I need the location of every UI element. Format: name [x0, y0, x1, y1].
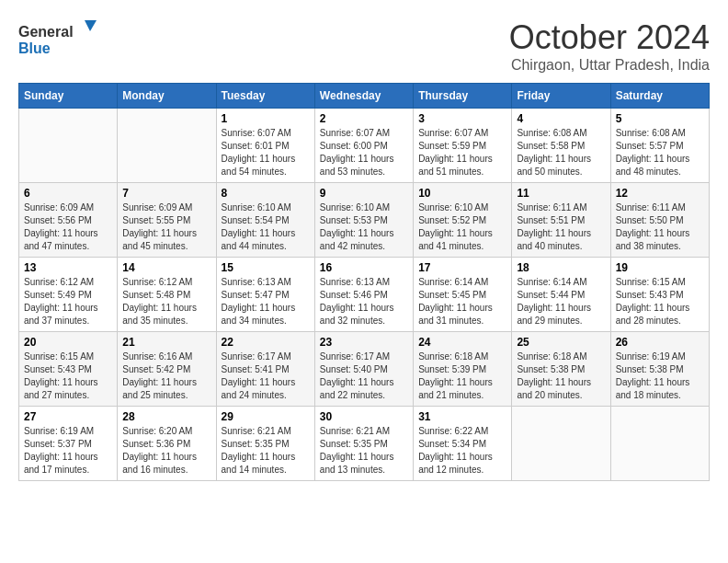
- day-cell: 30Sunrise: 6:21 AM Sunset: 5:35 PM Dayli…: [314, 407, 413, 481]
- day-cell: 20Sunrise: 6:15 AM Sunset: 5:43 PM Dayli…: [19, 332, 118, 407]
- day-info: Sunrise: 6:13 AM Sunset: 5:47 PM Dayligh…: [222, 276, 310, 327]
- day-info: Sunrise: 6:19 AM Sunset: 5:38 PM Dayligh…: [616, 350, 704, 402]
- week-row-4: 20Sunrise: 6:15 AM Sunset: 5:43 PM Dayli…: [19, 332, 710, 407]
- day-info: Sunrise: 6:16 AM Sunset: 5:42 PM Dayligh…: [122, 350, 210, 402]
- header-cell-monday: Monday: [118, 84, 216, 109]
- day-info: Sunrise: 6:15 AM Sunset: 5:43 PM Dayligh…: [616, 276, 704, 327]
- logo-svg: GeneralBlue: [18, 18, 101, 60]
- day-number: 27: [24, 410, 112, 423]
- day-cell: 29Sunrise: 6:21 AM Sunset: 5:35 PM Dayli…: [216, 407, 314, 481]
- day-cell: 11Sunrise: 6:11 AM Sunset: 5:51 PM Dayli…: [512, 183, 610, 258]
- day-cell: 25Sunrise: 6:18 AM Sunset: 5:38 PM Dayli…: [512, 332, 610, 407]
- day-cell: 10Sunrise: 6:10 AM Sunset: 5:52 PM Dayli…: [414, 183, 512, 258]
- day-number: 31: [418, 410, 506, 423]
- day-cell: 14Sunrise: 6:12 AM Sunset: 5:48 PM Dayli…: [118, 258, 216, 332]
- day-cell: 18Sunrise: 6:14 AM Sunset: 5:44 PM Dayli…: [512, 258, 610, 332]
- day-cell: 22Sunrise: 6:17 AM Sunset: 5:41 PM Dayli…: [216, 332, 314, 407]
- day-number: 13: [24, 261, 112, 274]
- day-cell: 17Sunrise: 6:14 AM Sunset: 5:45 PM Dayli…: [414, 258, 512, 332]
- day-cell: 1Sunrise: 6:07 AM Sunset: 6:01 PM Daylig…: [216, 109, 314, 183]
- day-cell: 8Sunrise: 6:10 AM Sunset: 5:54 PM Daylig…: [216, 183, 314, 258]
- day-info: Sunrise: 6:09 AM Sunset: 5:55 PM Dayligh…: [122, 201, 210, 253]
- day-info: Sunrise: 6:09 AM Sunset: 5:56 PM Dayligh…: [24, 201, 112, 253]
- day-cell: 19Sunrise: 6:15 AM Sunset: 5:43 PM Dayli…: [610, 258, 709, 332]
- day-cell: 2Sunrise: 6:07 AM Sunset: 6:00 PM Daylig…: [314, 109, 413, 183]
- day-cell: 21Sunrise: 6:16 AM Sunset: 5:42 PM Dayli…: [118, 332, 216, 407]
- day-number: 6: [24, 187, 112, 200]
- day-cell: 24Sunrise: 6:18 AM Sunset: 5:39 PM Dayli…: [414, 332, 512, 407]
- day-info: Sunrise: 6:11 AM Sunset: 5:51 PM Dayligh…: [517, 201, 605, 253]
- page-header: GeneralBlue October 2024 Chirgaon, Uttar…: [18, 18, 710, 74]
- day-number: 18: [517, 261, 605, 274]
- day-cell: 5Sunrise: 6:08 AM Sunset: 5:57 PM Daylig…: [610, 109, 709, 183]
- day-number: 11: [517, 187, 605, 200]
- day-number: 5: [616, 112, 704, 125]
- day-number: 9: [320, 187, 408, 200]
- day-cell: 7Sunrise: 6:09 AM Sunset: 5:55 PM Daylig…: [118, 183, 216, 258]
- day-cell: 4Sunrise: 6:08 AM Sunset: 5:58 PM Daylig…: [512, 109, 610, 183]
- day-cell: 3Sunrise: 6:07 AM Sunset: 5:59 PM Daylig…: [414, 109, 512, 183]
- day-info: Sunrise: 6:14 AM Sunset: 5:45 PM Dayligh…: [418, 276, 506, 327]
- day-number: 24: [418, 336, 506, 349]
- day-number: 22: [222, 336, 310, 349]
- day-number: 29: [222, 410, 310, 423]
- day-info: Sunrise: 6:18 AM Sunset: 5:38 PM Dayligh…: [517, 350, 605, 402]
- day-number: 23: [320, 336, 408, 349]
- day-info: Sunrise: 6:21 AM Sunset: 5:35 PM Dayligh…: [320, 425, 408, 477]
- day-number: 14: [122, 261, 210, 274]
- day-number: 12: [616, 187, 704, 200]
- day-info: Sunrise: 6:17 AM Sunset: 5:40 PM Dayligh…: [320, 350, 408, 402]
- day-number: 8: [222, 187, 310, 200]
- svg-marker-2: [85, 20, 97, 31]
- title-block: October 2024 Chirgaon, Uttar Pradesh, In…: [509, 18, 710, 74]
- day-cell: 13Sunrise: 6:12 AM Sunset: 5:49 PM Dayli…: [19, 258, 118, 332]
- day-info: Sunrise: 6:22 AM Sunset: 5:34 PM Dayligh…: [418, 425, 506, 477]
- header-cell-thursday: Thursday: [414, 84, 512, 109]
- day-info: Sunrise: 6:13 AM Sunset: 5:46 PM Dayligh…: [320, 276, 408, 327]
- day-info: Sunrise: 6:15 AM Sunset: 5:43 PM Dayligh…: [24, 350, 112, 402]
- day-number: 3: [418, 112, 506, 125]
- day-cell: 15Sunrise: 6:13 AM Sunset: 5:47 PM Dayli…: [216, 258, 314, 332]
- week-row-1: 1Sunrise: 6:07 AM Sunset: 6:01 PM Daylig…: [19, 109, 710, 183]
- week-row-5: 27Sunrise: 6:19 AM Sunset: 5:37 PM Dayli…: [19, 407, 710, 481]
- header-row: SundayMondayTuesdayWednesdayThursdayFrid…: [19, 84, 710, 109]
- day-cell: [19, 109, 118, 183]
- day-info: Sunrise: 6:20 AM Sunset: 5:36 PM Dayligh…: [122, 425, 210, 477]
- day-info: Sunrise: 6:10 AM Sunset: 5:53 PM Dayligh…: [320, 201, 408, 253]
- day-info: Sunrise: 6:21 AM Sunset: 5:35 PM Dayligh…: [222, 425, 310, 477]
- day-number: 4: [517, 112, 605, 125]
- day-cell: 6Sunrise: 6:09 AM Sunset: 5:56 PM Daylig…: [19, 183, 118, 258]
- day-info: Sunrise: 6:12 AM Sunset: 5:48 PM Dayligh…: [122, 276, 210, 327]
- day-number: 1: [222, 112, 310, 125]
- day-info: Sunrise: 6:10 AM Sunset: 5:52 PM Dayligh…: [418, 201, 506, 253]
- svg-text:Blue: Blue: [18, 40, 51, 56]
- header-cell-saturday: Saturday: [610, 84, 709, 109]
- day-cell: 16Sunrise: 6:13 AM Sunset: 5:46 PM Dayli…: [314, 258, 413, 332]
- day-info: Sunrise: 6:10 AM Sunset: 5:54 PM Dayligh…: [222, 201, 310, 253]
- day-info: Sunrise: 6:08 AM Sunset: 5:58 PM Dayligh…: [517, 127, 605, 178]
- logo: GeneralBlue: [18, 18, 101, 60]
- week-row-3: 13Sunrise: 6:12 AM Sunset: 5:49 PM Dayli…: [19, 258, 710, 332]
- day-info: Sunrise: 6:19 AM Sunset: 5:37 PM Dayligh…: [24, 425, 112, 477]
- day-cell: 26Sunrise: 6:19 AM Sunset: 5:38 PM Dayli…: [610, 332, 709, 407]
- day-number: 19: [616, 261, 704, 274]
- day-number: 2: [320, 112, 408, 125]
- header-cell-tuesday: Tuesday: [216, 84, 314, 109]
- day-cell: [610, 407, 709, 481]
- day-number: 30: [320, 410, 408, 423]
- day-info: Sunrise: 6:07 AM Sunset: 6:00 PM Dayligh…: [320, 127, 408, 178]
- day-number: 10: [418, 187, 506, 200]
- header-cell-wednesday: Wednesday: [314, 84, 413, 109]
- header-cell-friday: Friday: [512, 84, 610, 109]
- day-info: Sunrise: 6:07 AM Sunset: 5:59 PM Dayligh…: [418, 127, 506, 178]
- day-cell: 31Sunrise: 6:22 AM Sunset: 5:34 PM Dayli…: [414, 407, 512, 481]
- svg-text:General: General: [18, 24, 74, 40]
- day-number: 17: [418, 261, 506, 274]
- day-cell: [118, 109, 216, 183]
- calendar-table: SundayMondayTuesdayWednesdayThursdayFrid…: [18, 83, 710, 481]
- day-number: 25: [517, 336, 605, 349]
- day-number: 21: [122, 336, 210, 349]
- day-cell: [512, 407, 610, 481]
- day-number: 16: [320, 261, 408, 274]
- day-info: Sunrise: 6:17 AM Sunset: 5:41 PM Dayligh…: [222, 350, 310, 402]
